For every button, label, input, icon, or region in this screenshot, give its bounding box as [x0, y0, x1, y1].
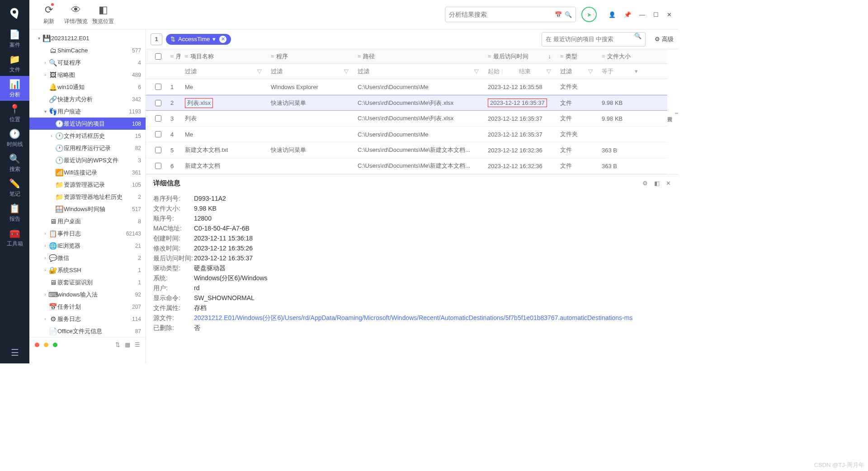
search-icon[interactable]: 🔍 — [565, 11, 572, 18]
menu-icon[interactable]: ☰ — [11, 347, 19, 358]
dot-red[interactable] — [35, 343, 39, 347]
filter-end[interactable]: 结束 — [519, 67, 531, 75]
table-row[interactable]: 2 列表.xlsx 快速访问菜单 C:\Users\rd\Documents\M… — [146, 95, 667, 111]
grid-search[interactable]: 🔍 — [542, 32, 646, 47]
filter-icon[interactable]: ▽ — [344, 68, 349, 75]
nav-item-报告[interactable]: 📋报告 — [0, 200, 29, 225]
search-icon[interactable]: 🔍 — [634, 33, 642, 46]
chevron-icon[interactable]: › — [42, 60, 48, 65]
close-icon[interactable]: ✕ — [666, 180, 671, 187]
tree-item[interactable]: 🕐最近访问的项目108 — [29, 118, 146, 130]
col-path[interactable]: 路径 — [363, 52, 375, 61]
chevron-icon[interactable]: › — [42, 316, 48, 321]
maximize-icon[interactable]: ☐ — [653, 11, 659, 18]
table-row[interactable]: 5 新建文本文档.txt 快速访问菜单 C:\Users\rd\Document… — [146, 142, 667, 158]
nav-item-工具箱[interactable]: 🧰工具箱 — [0, 225, 29, 250]
nav-item-案件[interactable]: 📄案件 — [0, 26, 29, 51]
refresh-button[interactable]: ⟳ 刷新 — [36, 1, 62, 28]
tree-item[interactable]: 🔗快捷方式分析342 — [29, 93, 146, 105]
filter-name[interactable] — [185, 68, 257, 75]
detail-value[interactable]: 20231212.E01/Windows(分区6)/Users/rd/AppDa… — [194, 314, 632, 322]
chevron-icon[interactable]: › — [42, 268, 48, 273]
tree-item[interactable]: 📁资源管理器记录105 — [29, 179, 146, 191]
table-row[interactable]: 3 列表 C:\Users\rd\Documents\Me\列表.xlsx 20… — [146, 111, 667, 127]
filter-icon[interactable]: ▽ — [588, 68, 593, 75]
filter-eq[interactable]: 等于 — [602, 67, 613, 75]
filter-icon[interactable]: ⇅ — [115, 341, 120, 348]
filter-icon[interactable]: ▽ — [474, 68, 479, 75]
grid-icon-2[interactable]: ☰ — [135, 341, 140, 348]
filter-type[interactable] — [560, 68, 588, 75]
select-all-checkbox[interactable] — [155, 53, 161, 60]
row-checkbox[interactable] — [155, 84, 161, 90]
tree-item[interactable]: 🪟Windows时间轴517 — [29, 203, 146, 215]
dot-green[interactable] — [53, 343, 57, 347]
tree-item[interactable]: 📶Wifi连接记录361 — [29, 166, 146, 179]
detail-preview-button[interactable]: 👁 详情/预览 — [63, 1, 89, 28]
row-checkbox[interactable] — [155, 115, 161, 122]
tree-item[interactable]: 🗂ShimCache577 — [29, 44, 146, 57]
tree-item[interactable]: 📁资源管理器地址栏历史2 — [29, 191, 146, 203]
table-row[interactable]: 1 Me Windows Explorer C:\Users\rd\Docume… — [146, 79, 667, 95]
tree-item[interactable]: 🔔win10通知6 — [29, 81, 146, 93]
chip-close-icon[interactable]: ✕ — [219, 36, 226, 43]
row-checkbox[interactable] — [155, 147, 161, 153]
calendar-icon[interactable]: 📅 — [555, 11, 562, 18]
tree-item[interactable]: ›🔍可疑程序4 — [29, 57, 146, 69]
grid-search-input[interactable] — [546, 33, 634, 46]
chevron-icon[interactable]: ▾ — [36, 36, 42, 41]
filter-prog[interactable] — [271, 68, 344, 75]
table-row[interactable]: 6 新建文本文档 C:\Users\rd\Documents\Me\新建文本文档… — [146, 158, 667, 174]
tree-item[interactable]: 🕐最近访问的WPS文件3 — [29, 154, 146, 166]
chevron-icon[interactable]: › — [42, 231, 48, 236]
chevron-icon[interactable]: › — [42, 292, 48, 297]
dropdown-icon[interactable]: ▾ — [635, 68, 638, 75]
user-icon[interactable]: 👤 — [609, 11, 616, 18]
row-checkbox[interactable] — [155, 100, 161, 106]
col-type[interactable]: 类型 — [566, 52, 577, 61]
tree-item[interactable]: ›💬微信2 — [29, 252, 146, 264]
filter-path[interactable] — [358, 68, 474, 75]
search-input[interactable] — [449, 11, 555, 18]
tree-item[interactable]: ›📋事件日志62143 — [29, 227, 146, 240]
sort-chip[interactable]: ⇅ AccessTime ▾ ✕ — [166, 34, 231, 45]
col-seq[interactable]: 序号 — [176, 52, 180, 61]
tree-item[interactable]: 🖥嵌套证据识别1 — [29, 276, 146, 288]
chevron-icon[interactable]: › — [42, 255, 48, 260]
col-time[interactable]: 最后访问时间 — [493, 52, 528, 61]
filter-icon[interactable]: ▽ — [547, 68, 551, 75]
row-checkbox[interactable] — [155, 163, 161, 169]
grid-icon-1[interactable]: ▦ — [125, 341, 130, 348]
tree-item[interactable]: ›⌨windows输入法92 — [29, 288, 146, 301]
search-box[interactable]: 📅 🔍 — [445, 7, 576, 22]
row-checkbox[interactable] — [155, 131, 161, 137]
chevron-icon[interactable]: ▾ — [42, 109, 48, 114]
tree-item[interactable]: ›🔐系统SSH1 — [29, 264, 146, 276]
col-prog[interactable]: 程序 — [276, 52, 288, 61]
tree-item[interactable]: ›⚙服务日志114 — [29, 313, 146, 325]
filter-icon[interactable]: ▽ — [257, 68, 262, 75]
tree-item[interactable]: ▾👣用户痕迹1193 — [29, 105, 146, 118]
tree-item[interactable]: ▾💾20231212.E01 — [29, 32, 146, 44]
tree-item[interactable]: ›🖼缩略图489 — [29, 69, 146, 81]
col-size[interactable]: 文件大小 — [607, 52, 631, 61]
close-icon[interactable]: ✕ — [667, 11, 672, 18]
pin-icon[interactable]: 📌 — [624, 11, 631, 18]
tree-item[interactable]: 📅任务计划207 — [29, 301, 146, 313]
table-row[interactable]: 4 Me C:\Users\rd\Documents\Me 2023-12-12… — [146, 127, 667, 142]
nav-item-文件[interactable]: 📁文件 — [0, 51, 29, 76]
gear-icon[interactable]: ⚙ — [642, 180, 648, 187]
nav-item-时间线[interactable]: 🕐时间线 — [0, 126, 29, 151]
tree-item[interactable]: ›🕐文件对话框历史15 — [29, 130, 146, 142]
layout-icon[interactable]: ◧ — [654, 180, 660, 187]
badge-one[interactable]: 1 — [151, 33, 162, 45]
nav-item-位置[interactable]: 📍位置 — [0, 101, 29, 126]
chevron-icon[interactable]: › — [42, 243, 48, 248]
tree-item[interactable]: ›🌐IE浏览器21 — [29, 240, 146, 252]
nav-item-分析[interactable]: 📊分析 — [0, 76, 29, 101]
tree-item[interactable]: 🖥用户桌面8 — [29, 215, 146, 227]
filter-start[interactable]: 起始 — [488, 67, 500, 75]
tree-item[interactable]: 📄Office文件元信息87 — [29, 325, 146, 337]
tree-item[interactable]: 🕐应用程序运行记录82 — [29, 142, 146, 154]
minimize-icon[interactable]: — — [639, 11, 645, 18]
